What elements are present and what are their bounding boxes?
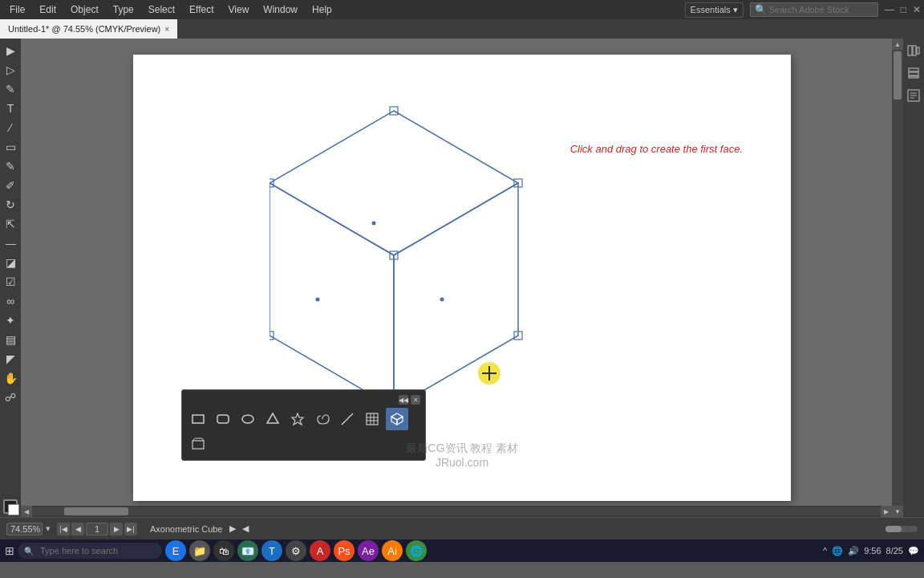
tab-close-btn[interactable]: × — [164, 25, 169, 34]
ft-polygon-tool[interactable] — [261, 408, 284, 430]
svg-marker-27 — [397, 417, 403, 425]
ft-perspective-tool[interactable] — [187, 433, 209, 455]
scroll-right-btn[interactable]: ▶ — [881, 506, 892, 517]
ft-star-tool[interactable] — [286, 408, 309, 430]
document-tab[interactable]: Untitled-1* @ 74.55% (CMYK/Preview) × — [0, 19, 178, 39]
minimize-app-btn[interactable]: ✕ — [913, 4, 921, 15]
gradient-tool[interactable]: ◪ — [2, 254, 19, 271]
workspace-switcher[interactable]: Essentials ▾ — [685, 2, 744, 18]
horizontal-scrollbar[interactable]: ◀ ▶ — [21, 506, 892, 517]
artboard-nav-next[interactable]: ◀ — [242, 523, 249, 534]
scroll-down-btn[interactable]: ▼ — [892, 506, 903, 517]
rotate-tool[interactable]: ↻ — [2, 196, 19, 214]
maximize-app-btn[interactable]: □ — [901, 4, 906, 15]
menu-effect[interactable]: Effect — [183, 2, 220, 17]
hand-tool[interactable]: ✋ — [2, 369, 19, 387]
line-tool[interactable]: ∕ — [2, 119, 19, 136]
warp-tool[interactable]: ⸻ — [2, 234, 19, 252]
menu-type[interactable]: Type — [107, 2, 140, 17]
vertical-scrollbar[interactable]: ▲ ▼ — [892, 39, 903, 517]
float-toolbar-titlebar: ◀◀ ✕ — [187, 395, 420, 405]
windows-icon[interactable]: ⊞ — [5, 544, 14, 557]
prev-page-btn[interactable]: ◀ — [71, 523, 84, 535]
svg-rect-20 — [367, 413, 378, 425]
menu-window[interactable]: Window — [257, 2, 304, 17]
taskbar-teams[interactable]: T — [261, 540, 282, 561]
taskbar-store[interactable]: 🛍 — [213, 540, 234, 561]
taskbar-date: 8/25 — [886, 546, 903, 556]
close-app-btn[interactable]: — — [885, 4, 894, 15]
workspace-chevron: ▾ — [733, 5, 738, 15]
taskbar-ae[interactable]: Ae — [358, 540, 379, 561]
play-btn[interactable]: ▶ — [229, 523, 236, 534]
scroll-left-btn[interactable]: ◀ — [21, 506, 32, 517]
zoom-tool[interactable]: ☍ — [2, 389, 19, 406]
eyedropper-tool[interactable]: ☑ — [2, 273, 19, 291]
type-tool[interactable]: T — [2, 100, 19, 117]
artboard: Click and drag to create the first face.… — [133, 55, 791, 501]
next-page-btn[interactable]: ▶ — [110, 523, 123, 535]
page-number[interactable]: 1 — [86, 523, 108, 535]
ft-line-tool[interactable] — [336, 408, 359, 430]
ft-ellipse-tool[interactable] — [237, 408, 259, 430]
float-toolbar-collapse[interactable]: ◀◀ — [399, 395, 408, 405]
taskbar-volume[interactable]: 🔊 — [848, 546, 859, 556]
artboard-tool[interactable]: ◤ — [2, 350, 19, 368]
fill-color[interactable] — [3, 499, 18, 514]
menu-view[interactable]: View — [222, 2, 256, 17]
search-bar[interactable]: 🔍 — [18, 543, 162, 559]
float-toolbar-tools — [187, 408, 420, 455]
blend-tool[interactable]: ∞ — [2, 292, 19, 310]
paintbrush-tool[interactable]: ✎ — [2, 157, 19, 175]
pen-tool[interactable]: ✎ — [2, 80, 19, 98]
last-page-btn[interactable]: ▶| — [124, 523, 137, 535]
rect-tool[interactable]: ▭ — [2, 138, 19, 156]
taskbar-notification[interactable]: 💬 — [908, 546, 919, 556]
first-page-btn[interactable]: |◀ — [57, 523, 70, 535]
menu-help[interactable]: Help — [306, 2, 338, 17]
graph-tool[interactable]: ▤ — [2, 331, 19, 348]
taskbar-settings[interactable]: ⚙ — [286, 540, 306, 561]
menu-edit[interactable]: Edit — [33, 2, 63, 17]
svg-rect-36 — [909, 72, 918, 75]
taskbar-tray[interactable]: ^ — [823, 546, 827, 556]
taskbar-outlook[interactable]: 📧 — [237, 540, 258, 561]
ft-rounded-rect-tool[interactable] — [212, 408, 234, 430]
layers-icon[interactable] — [905, 64, 922, 82]
taskbar-network[interactable]: 🌐 — [832, 546, 843, 556]
ft-cube-tool[interactable] — [386, 408, 408, 430]
libraries-icon[interactable] — [905, 42, 922, 59]
taskbar-search-input[interactable] — [35, 544, 180, 557]
taskbar-ai[interactable]: Ai — [382, 540, 403, 561]
search-icon: 🔍 — [755, 4, 767, 15]
properties-icon[interactable] — [905, 87, 922, 104]
stock-search-input[interactable] — [769, 5, 873, 14]
taskbar-explorer[interactable]: 📁 — [189, 540, 210, 561]
menu-select[interactable]: Select — [142, 2, 181, 17]
menu-object[interactable]: Object — [64, 2, 105, 17]
svg-line-19 — [342, 413, 353, 425]
canvas-area[interactable]: Click and drag to create the first face.… — [21, 39, 903, 517]
ft-grid-tool[interactable] — [361, 408, 383, 430]
taskbar-chrome[interactable]: 🌐 — [406, 540, 427, 561]
stock-search[interactable]: 🔍 — [750, 2, 878, 17]
taskbar-ps[interactable]: Ps — [334, 540, 355, 561]
direct-selection-tool[interactable]: ▷ — [2, 61, 19, 79]
taskbar-app1[interactable]: A — [310, 540, 330, 561]
scroll-up-btn[interactable]: ▲ — [892, 39, 903, 50]
zoom-dropdown[interactable]: ▾ — [46, 523, 51, 534]
svg-marker-17 — [267, 413, 278, 423]
menu-file[interactable]: File — [3, 2, 31, 17]
scale-tool[interactable]: ⇱ — [2, 215, 19, 233]
svg-rect-33 — [913, 46, 916, 55]
h-scroll-thumb[interactable] — [64, 507, 128, 515]
float-toolbar-close[interactable]: ✕ — [411, 395, 420, 405]
h-scroll-track — [32, 507, 881, 515]
pencil-tool[interactable]: ✐ — [2, 177, 19, 194]
scroll-thumb[interactable] — [894, 51, 902, 100]
symbol-tool[interactable]: ✦ — [2, 311, 19, 329]
selection-tool[interactable]: ▶ — [2, 42, 19, 59]
ft-spiral-tool[interactable] — [311, 408, 334, 430]
taskbar-edge[interactable]: E — [165, 540, 186, 561]
ft-rect-tool[interactable] — [187, 408, 209, 430]
